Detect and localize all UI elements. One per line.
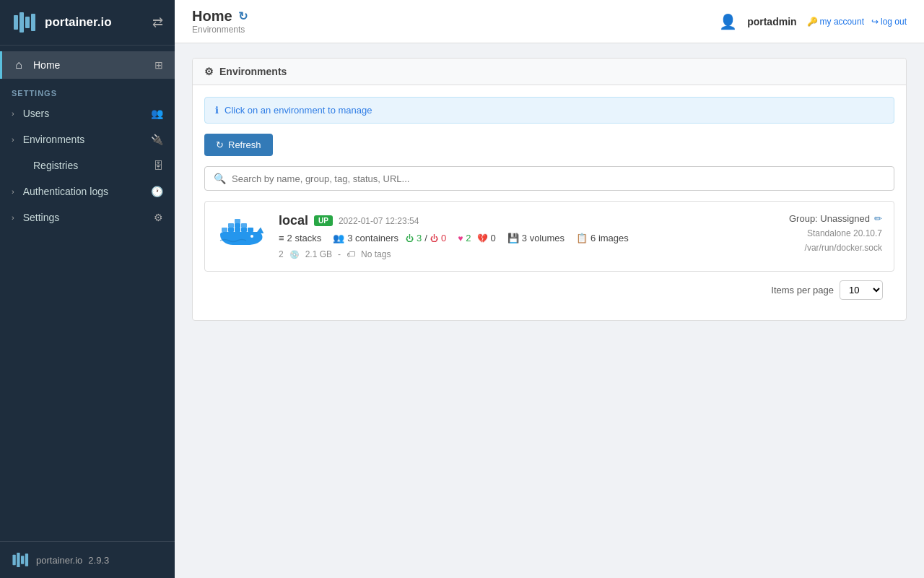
log-out-label: log out bbox=[881, 17, 907, 27]
stat-stacks: ≡ 2 stacks bbox=[279, 233, 321, 243]
svg-rect-9 bbox=[228, 223, 234, 228]
sidebar-home-label: Home bbox=[33, 59, 147, 71]
env-timestamp: 2022-01-07 12:23:54 bbox=[339, 216, 419, 226]
running-count: 3 bbox=[417, 233, 422, 243]
env-status-badge: up bbox=[314, 215, 333, 226]
search-input[interactable] bbox=[232, 173, 885, 184]
sidebar-footer: portainer.io 2.9.3 bbox=[0, 541, 175, 578]
page-title: Home ↻ bbox=[192, 8, 248, 25]
sidebar-item-registries[interactable]: Registries 🗄 bbox=[0, 152, 175, 178]
docker-logo bbox=[217, 213, 267, 249]
transfer-icon: ⇄ bbox=[152, 14, 163, 30]
panel-header: ⚙ Environments bbox=[193, 59, 906, 85]
sidebar-auth-logs-label: Authentication logs bbox=[23, 186, 144, 197]
dash-separator: - bbox=[338, 249, 341, 259]
my-account-link[interactable]: 🔑 my account bbox=[807, 17, 864, 27]
standalone-label: Standalone 20.10.7 bbox=[807, 228, 882, 238]
log-out-link[interactable]: ↪ log out bbox=[871, 17, 907, 27]
sidebar-item-environments[interactable]: › Environments 🔌 bbox=[0, 126, 175, 152]
stat-images: 📋 6 images bbox=[576, 233, 629, 243]
svg-rect-10 bbox=[228, 228, 234, 232]
items-per-page-select[interactable]: 10 25 50 100 bbox=[840, 280, 883, 300]
svg-rect-7 bbox=[25, 553, 28, 566]
env-meta: Group: Unassigned ✏ Standalone 20.10.7 /… bbox=[789, 213, 882, 253]
search-bar: 🔍 bbox=[204, 166, 894, 191]
sidebar-registries-label: Registries bbox=[33, 160, 146, 171]
svg-rect-14 bbox=[241, 223, 247, 228]
svg-rect-5 bbox=[17, 553, 19, 567]
environments-panel: ⚙ Environments ℹ Click on an environment… bbox=[192, 58, 907, 321]
search-icon: 🔍 bbox=[214, 173, 226, 184]
user-account-icon: 👤 bbox=[719, 13, 737, 30]
panel-body: ℹ Click on an environment to manage ↻ Re… bbox=[193, 85, 906, 320]
svg-rect-11 bbox=[235, 219, 240, 223]
stat-containers: 👥 3 containers ⏻ 3 / ⏻ 0 bbox=[333, 233, 446, 243]
logo-text: portainer.io bbox=[45, 15, 112, 30]
volumes-icon: 💾 bbox=[507, 233, 519, 243]
content-area: ⚙ Environments ℹ Click on an environment… bbox=[175, 43, 924, 578]
footer-logo-text: portainer.io bbox=[36, 555, 82, 566]
slash: / bbox=[424, 233, 427, 243]
group-label: Group: Unassigned bbox=[789, 213, 870, 224]
info-message: Click on an environment to manage bbox=[225, 105, 372, 116]
stat-health: ♥ 2 💔 0 bbox=[458, 233, 496, 243]
svg-rect-4 bbox=[12, 555, 15, 565]
environments-arrow-icon: › bbox=[12, 135, 14, 144]
sidebar-users-label: Users bbox=[23, 108, 144, 119]
broken-heart-icon: 💔 bbox=[477, 233, 488, 243]
env-stats: ≡ 2 stacks 👥 3 containers ⏻ 3 / bbox=[279, 233, 777, 243]
svg-rect-15 bbox=[241, 228, 247, 232]
edit-group-icon[interactable]: ✏ bbox=[874, 213, 882, 224]
svg-rect-3 bbox=[31, 14, 35, 31]
svg-rect-8 bbox=[222, 228, 227, 232]
footer-version: 2.9.3 bbox=[88, 555, 109, 566]
topbar-left: Home ↻ Environments bbox=[192, 8, 248, 35]
registries-icon: 🗄 bbox=[153, 160, 163, 171]
items-per-page-label: Items per page bbox=[771, 285, 834, 296]
env-name: local bbox=[279, 213, 308, 228]
environment-card[interactable]: local up 2022-01-07 12:23:54 ≡ 2 stacks … bbox=[204, 201, 894, 272]
socket-path: /var/run/docker.sock bbox=[805, 243, 882, 253]
settings-icon: ⚙ bbox=[154, 212, 163, 223]
home-nav-icon: ⊞ bbox=[154, 59, 163, 71]
containers-icon: 👥 bbox=[333, 233, 344, 243]
svg-rect-2 bbox=[25, 17, 30, 28]
users-arrow-icon: › bbox=[12, 109, 14, 118]
panel-header-title: Environments bbox=[219, 66, 287, 77]
env-info: local up 2022-01-07 12:23:54 ≡ 2 stacks … bbox=[279, 213, 777, 259]
logout-icon: ↪ bbox=[871, 17, 879, 27]
volumes-label: 3 volumes bbox=[522, 233, 565, 243]
key-icon: 🔑 bbox=[807, 17, 818, 27]
sidebar-item-users[interactable]: › Users 👥 bbox=[0, 100, 175, 126]
disk-size: 2.1 GB bbox=[305, 249, 332, 259]
sidebar: portainer.io ⇄ ⌂ Home ⊞ SETTINGS › Users… bbox=[0, 0, 175, 578]
topbar-right: 👤 portadmin 🔑 my account ↪ log out bbox=[719, 13, 907, 30]
disk-icon: 💿 bbox=[289, 250, 300, 259]
svg-rect-12 bbox=[235, 223, 240, 228]
stat-volumes: 💾 3 volumes bbox=[507, 233, 565, 243]
main-content: Home ↻ Environments 👤 portadmin 🔑 my acc… bbox=[175, 0, 924, 578]
sidebar-nav: ⌂ Home ⊞ SETTINGS › Users 👥 › Environmen… bbox=[0, 46, 175, 541]
refresh-button[interactable]: ↻ Refresh bbox=[204, 134, 273, 156]
svg-rect-16 bbox=[248, 228, 253, 232]
env-group: Group: Unassigned ✏ bbox=[789, 213, 882, 224]
info-icon: ℹ bbox=[215, 105, 219, 116]
containers-label: 3 containers bbox=[347, 233, 398, 243]
images-icon: 📋 bbox=[576, 233, 588, 243]
tag-icon: 🏷 bbox=[346, 249, 355, 259]
sidebar-item-home[interactable]: ⌂ Home ⊞ bbox=[0, 51, 175, 79]
disk-count: 2 bbox=[279, 249, 284, 259]
portainer-logo-icon bbox=[12, 9, 39, 36]
env-tags-row: 2 💿 2.1 GB - 🏷 No tags bbox=[279, 249, 777, 259]
refresh-title-icon[interactable]: ↻ bbox=[238, 9, 248, 23]
sidebar-item-settings[interactable]: › Settings ⚙ bbox=[0, 204, 175, 230]
sidebar-environments-label: Environments bbox=[23, 134, 144, 145]
page-title-text: Home bbox=[192, 8, 232, 25]
tags-label: No tags bbox=[361, 249, 391, 259]
settings-arrow-icon: › bbox=[12, 213, 14, 222]
sidebar-item-auth-logs[interactable]: › Authentication logs 🕐 bbox=[0, 178, 175, 204]
svg-rect-13 bbox=[235, 228, 240, 232]
svg-rect-0 bbox=[14, 15, 18, 30]
refresh-btn-label: Refresh bbox=[228, 139, 261, 150]
images-label: 6 images bbox=[590, 233, 629, 243]
